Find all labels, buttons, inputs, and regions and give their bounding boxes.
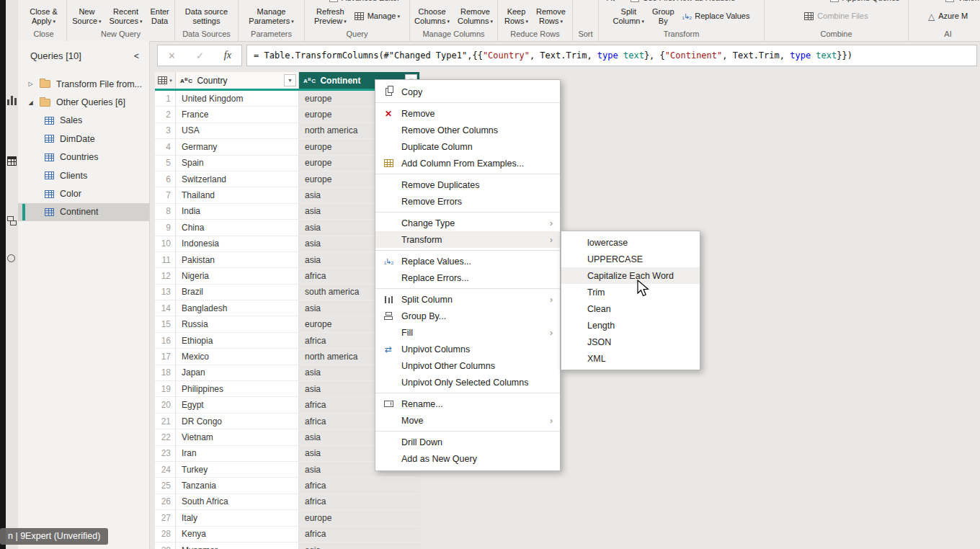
cell-country[interactable]: Vietnam <box>176 429 299 445</box>
enter-data-button[interactable]: EnterData <box>146 6 172 27</box>
cell-country[interactable]: India <box>176 204 299 220</box>
row-number-cell[interactable]: 14 <box>155 300 176 316</box>
cell-country[interactable]: Thailand <box>176 187 299 203</box>
submenu-item-json[interactable]: JSON <box>561 334 700 350</box>
data-source-settings-button[interactable]: Data sourcesettings <box>182 6 231 27</box>
menu-item-unpivot-only-selected-columns[interactable]: Unpivot Only Selected Columns <box>375 374 560 390</box>
cell-country[interactable]: Italy <box>176 510 299 526</box>
data-view-icon[interactable] <box>7 156 17 166</box>
row-number-cell[interactable]: 2 <box>155 107 176 122</box>
row-number-cell[interactable]: 19 <box>155 381 176 397</box>
menu-item-remove[interactable]: ✕Remove <box>375 105 560 122</box>
chevron-expanded-icon[interactable]: ◢ <box>27 99 34 106</box>
choose-columns-button[interactable]: ChooseColumns▾ <box>411 6 453 27</box>
remove-rows-button[interactable]: RemoveRows▾ <box>533 6 569 27</box>
query-item-other-queries-6[interactable]: ◢Other Queries [6] <box>18 93 149 111</box>
menu-item-change-type[interactable]: Change Type› <box>375 215 560 231</box>
table-corner-cell[interactable]: ▾ <box>155 72 176 89</box>
manage-parameters-button[interactable]: ManageParameters▾ <box>245 6 297 27</box>
cell-country[interactable]: Iran <box>176 446 299 462</box>
cancel-icon[interactable]: ✕ <box>168 50 176 61</box>
row-number-cell[interactable]: 3 <box>155 123 176 139</box>
cut-advanced-editor-button[interactable]: Advanced Editor <box>329 0 400 2</box>
row-number-cell[interactable]: 5 <box>155 156 176 171</box>
row-number-cell[interactable]: 23 <box>155 446 176 462</box>
cut-use-first-row-as-headers-button[interactable]: Use First Row as Headers <box>631 0 735 2</box>
cell-country[interactable]: DR Congo <box>176 414 299 429</box>
cell-country[interactable]: Tanzania <box>176 478 299 494</box>
row-number-cell[interactable]: 26 <box>155 494 176 510</box>
combine-files-button[interactable]: Combine Files <box>801 11 871 22</box>
model-view-icon[interactable] <box>7 216 17 226</box>
cell-country[interactable]: Egypt <box>176 397 299 413</box>
submenu-item-clean[interactable]: Clean <box>561 300 700 317</box>
row-number-cell[interactable]: 4 <box>155 139 176 155</box>
menu-item-replace-values[interactable]: ₁↳₂Replace Values... <box>375 253 560 269</box>
row-number-cell[interactable]: 10 <box>155 236 176 252</box>
cut-sort-az-button[interactable]: A↓ <box>607 0 616 2</box>
submenu-item-length[interactable]: Length <box>561 317 700 334</box>
row-number-cell[interactable]: 1 <box>155 91 176 107</box>
cell-country[interactable]: Pakistan <box>176 252 299 268</box>
cell-continent[interactable]: africa <box>299 527 420 543</box>
menu-item-move[interactable]: Move› <box>375 412 560 429</box>
row-number-cell[interactable]: 6 <box>155 171 176 187</box>
submenu-item-capitalize-each-word[interactable]: Capitalize Each Word <box>561 267 700 284</box>
group-by-button[interactable]: GroupBy <box>649 6 678 27</box>
menu-item-split-column[interactable]: Split Column› <box>375 291 560 308</box>
row-number-cell[interactable]: 17 <box>155 349 176 365</box>
cell-country[interactable]: Kenya <box>176 527 299 543</box>
cell-country[interactable]: Philippines <box>176 381 299 397</box>
menu-item-fill[interactable]: Fill› <box>375 324 560 341</box>
remove-columns-button[interactable]: RemoveColumns▾ <box>454 6 496 27</box>
query-item-countries[interactable]: Countries <box>18 148 149 166</box>
cell-country[interactable]: Ethiopia <box>176 333 299 349</box>
menu-item-remove-errors[interactable]: Remove Errors <box>375 193 560 210</box>
cell-country[interactable]: Spain <box>176 156 299 171</box>
menu-item-duplicate-column[interactable]: Duplicate Column <box>375 138 560 155</box>
query-item-color[interactable]: Color <box>18 184 149 202</box>
cell-country[interactable]: Switzerland <box>176 171 299 187</box>
formula-input[interactable]: = Table.TransformColumns(#"Changed Type1… <box>246 45 977 66</box>
row-number-cell[interactable]: 13 <box>155 285 176 300</box>
menu-item-remove-other-columns[interactable]: Remove Other Columns <box>375 122 560 138</box>
menu-item-copy[interactable]: Copy <box>375 84 560 100</box>
cell-country[interactable]: United Kingdom <box>176 91 299 107</box>
commit-icon[interactable]: ✓ <box>196 50 204 61</box>
cell-continent[interactable]: asia <box>299 543 420 549</box>
row-number-cell[interactable]: 9 <box>155 220 176 236</box>
row-number-cell[interactable]: 20 <box>155 397 176 413</box>
menu-item-remove-duplicates[interactable]: Remove Duplicates <box>375 177 560 193</box>
cell-country[interactable]: Brazil <box>176 285 299 300</box>
menu-item-rename[interactable]: Rename... <box>375 396 560 412</box>
cell-country[interactable]: Japan <box>176 365 299 381</box>
split-column-button[interactable]: SplitColumn▾ <box>610 6 648 27</box>
row-number-cell[interactable]: 18 <box>155 365 176 381</box>
row-number-cell[interactable]: 7 <box>155 187 176 203</box>
row-number-cell[interactable]: 28 <box>155 527 176 543</box>
menu-item-add-column-from-examples[interactable]: Add Column From Examples... <box>375 155 560 171</box>
cell-country[interactable]: France <box>176 107 299 122</box>
menu-item-add-as-new-query[interactable]: Add as New Query <box>375 450 560 467</box>
cell-country[interactable]: South Africa <box>176 494 299 510</box>
cell-country[interactable]: Indonesia <box>176 236 299 252</box>
row-number-cell[interactable]: 22 <box>155 429 176 445</box>
cell-country[interactable]: Myanmar <box>176 543 299 549</box>
collapse-pane-icon[interactable]: < <box>134 51 139 61</box>
cell-country[interactable]: Mexico <box>176 349 299 365</box>
cut-vision-button[interactable]: Vision <box>945 0 979 2</box>
row-number-cell[interactable]: 21 <box>155 414 176 429</box>
manage-button[interactable]: Manage▾ <box>351 11 404 22</box>
report-view-icon[interactable] <box>7 96 17 105</box>
submenu-item-lowercase[interactable]: lowercase <box>561 234 700 251</box>
recent-sources-button[interactable]: RecentSources▾ <box>106 6 146 27</box>
submenu-item-xml[interactable]: XML <box>561 350 700 367</box>
cell-country[interactable]: China <box>176 220 299 236</box>
cell-continent[interactable]: africa <box>299 478 420 494</box>
chevron-collapsed-icon[interactable]: ▷ <box>27 81 34 87</box>
cut-append-queries-button[interactable]: Append Queries <box>830 0 900 2</box>
menu-item-unpivot-other-columns[interactable]: Unpivot Other Columns <box>375 357 560 374</box>
close-and-apply-button[interactable]: Close &Apply▾ <box>26 6 61 27</box>
cell-country[interactable]: Bangladesh <box>176 300 299 316</box>
dax-view-icon[interactable] <box>7 254 15 262</box>
